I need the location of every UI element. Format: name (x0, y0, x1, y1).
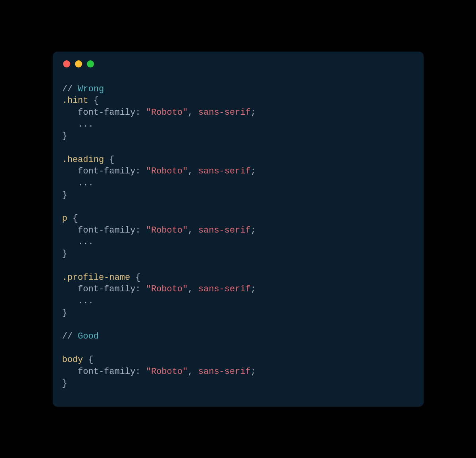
minimize-dot[interactable] (75, 60, 82, 67)
code-line: .heading { (62, 154, 414, 166)
code-line: } (62, 378, 414, 390)
code-line: .profile-name { (62, 272, 414, 284)
code-line: ... (62, 295, 414, 307)
code-line: font-family: "Roboto", sans-serif; (62, 283, 414, 295)
code-window: // Wrong.hint { font-family: "Roboto", s… (53, 52, 424, 407)
code-line: font-family: "Roboto", sans-serif; (62, 366, 414, 378)
code-line: ... (62, 236, 414, 248)
code-line: // Good (62, 331, 414, 343)
code-line: ... (62, 177, 414, 189)
window-titlebar (63, 60, 414, 67)
code-line: ... (62, 119, 414, 131)
maximize-dot[interactable] (87, 60, 94, 67)
code-line: .hint { (62, 95, 414, 107)
code-line: // Wrong (62, 83, 414, 95)
code-line: font-family: "Roboto", sans-serif; (62, 107, 414, 119)
code-line (62, 260, 414, 272)
code-line: font-family: "Roboto", sans-serif; (62, 225, 414, 237)
code-line (62, 343, 414, 354)
code-line (62, 201, 414, 213)
code-line: body { (62, 354, 414, 366)
code-line: p { (62, 213, 414, 225)
code-line: } (62, 189, 414, 201)
code-block: // Wrong.hint { font-family: "Roboto", s… (62, 83, 414, 390)
close-dot[interactable] (63, 60, 70, 67)
code-line: } (62, 307, 414, 319)
code-line: font-family: "Roboto", sans-serif; (62, 165, 414, 177)
code-line: } (62, 248, 414, 260)
code-line: } (62, 130, 414, 142)
code-line (62, 142, 414, 154)
code-line (62, 319, 414, 331)
